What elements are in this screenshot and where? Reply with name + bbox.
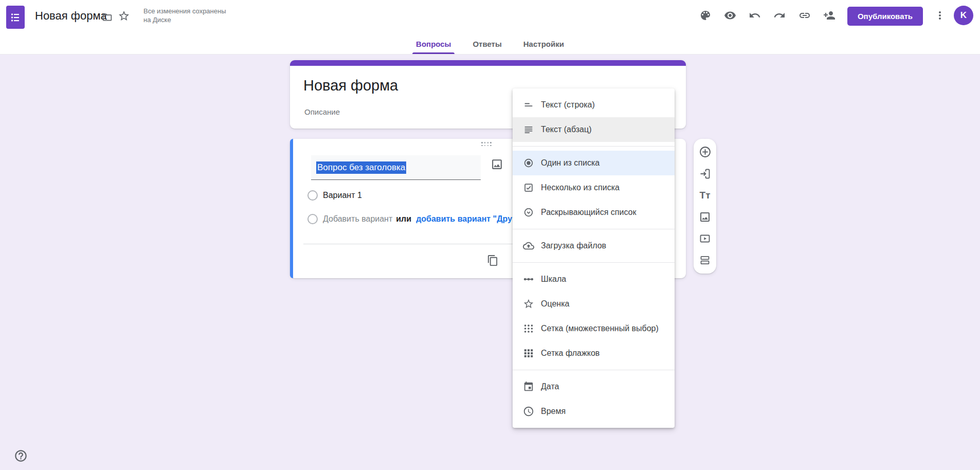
- add-option-radio: [307, 214, 318, 224]
- option-radio[interactable]: [307, 190, 318, 201]
- app-header: Новая форма Все изменения сохранены на Д…: [0, 0, 980, 55]
- menu-divider: [513, 370, 675, 370]
- menu-divider: [513, 146, 675, 147]
- active-question-indicator: [290, 139, 293, 278]
- question-type-menu: Текст (строка) Текст (абзац) Один из спи…: [513, 88, 675, 428]
- account-avatar[interactable]: K: [954, 6, 973, 25]
- add-title-button[interactable]: Tт: [698, 189, 712, 202]
- star-icon: [523, 298, 534, 310]
- calendar-icon: [523, 381, 534, 392]
- form-card-accent-bar: [290, 60, 686, 66]
- forms-logo-icon[interactable]: [6, 6, 25, 29]
- text-icon: Tт: [700, 189, 711, 202]
- cloud-upload-icon: [523, 240, 534, 251]
- option-label[interactable]: Вариант 1: [323, 191, 362, 200]
- save-status: Все изменения сохранены на Диске: [143, 7, 226, 24]
- menu-item-multiple-choice-grid[interactable]: Сетка (множественный выбор): [513, 316, 675, 341]
- kebab-menu-icon[interactable]: [934, 9, 946, 22]
- question-title-selected-text: Вопрос без заголовка: [316, 161, 406, 174]
- redo-icon[interactable]: [773, 9, 786, 22]
- paragraph-icon: [523, 124, 534, 135]
- linear-scale-icon: [523, 274, 534, 285]
- folder-icon[interactable]: [101, 11, 113, 23]
- undo-icon[interactable]: [749, 9, 761, 22]
- publish-button[interactable]: Опубликовать: [847, 7, 923, 26]
- add-image-icon[interactable]: [490, 157, 503, 171]
- menu-item-file-upload[interactable]: Загрузка файлов: [513, 233, 675, 258]
- add-section-button[interactable]: [698, 254, 712, 267]
- add-other-link[interactable]: добавить вариант "Другое": [416, 214, 529, 224]
- question-title-input[interactable]: Вопрос без заголовка: [311, 155, 481, 180]
- add-option-text[interactable]: Добавить вариант: [323, 214, 392, 224]
- save-status-line1: Все изменения сохранены: [143, 7, 226, 15]
- clock-icon: [523, 406, 534, 417]
- person-add-icon[interactable]: [823, 9, 836, 22]
- menu-item-multiple-choice[interactable]: Один из списка: [513, 151, 675, 175]
- tab-settings[interactable]: Настройки: [522, 33, 566, 54]
- menu-item-rating[interactable]: Оценка: [513, 292, 675, 316]
- import-questions-button[interactable]: [698, 167, 712, 180]
- menu-item-time[interactable]: Время: [513, 399, 675, 424]
- help-icon[interactable]: [14, 449, 28, 463]
- tab-responses[interactable]: Ответы: [471, 33, 503, 54]
- tab-bar: Вопросы Ответы Настройки: [0, 33, 980, 54]
- save-status-line2: на Диске: [143, 15, 226, 24]
- menu-item-checkbox-grid[interactable]: Сетка флажков: [513, 341, 675, 366]
- menu-item-linear-scale[interactable]: Шкала: [513, 267, 675, 292]
- link-icon[interactable]: [798, 9, 811, 22]
- dot-grid-icon: [523, 323, 534, 334]
- form-description-input[interactable]: Описание: [304, 107, 340, 116]
- menu-divider: [513, 262, 675, 263]
- menu-item-checkboxes[interactable]: Несколько из списка: [513, 175, 675, 200]
- checkbox-icon: [523, 182, 534, 193]
- copy-icon[interactable]: [486, 254, 499, 266]
- add-option-row: Добавить вариант или добавить вариант "Д…: [307, 214, 529, 224]
- document-title[interactable]: Новая форма: [35, 9, 107, 23]
- add-image-button[interactable]: [698, 211, 712, 224]
- palette-icon[interactable]: [699, 9, 712, 22]
- square-grid-icon: [523, 348, 534, 359]
- form-title-input[interactable]: Новая форма: [303, 76, 398, 95]
- menu-divider: [513, 229, 675, 229]
- drag-handle[interactable]: [481, 142, 492, 146]
- preview-eye-icon[interactable]: [724, 9, 736, 22]
- menu-item-date[interactable]: Дата: [513, 374, 675, 399]
- short-answer-icon: [523, 99, 534, 111]
- add-video-button[interactable]: [698, 232, 712, 245]
- menu-item-paragraph-text[interactable]: Текст (абзац): [513, 117, 675, 142]
- tab-questions[interactable]: Вопросы: [414, 33, 452, 54]
- star-icon[interactable]: [118, 10, 130, 22]
- menu-item-short-text[interactable]: Текст (строка): [513, 93, 675, 117]
- option-row-1: Вариант 1: [307, 190, 362, 201]
- menu-item-dropdown[interactable]: Раскрывающийся список: [513, 200, 675, 225]
- add-question-button[interactable]: [698, 146, 712, 158]
- or-text: или: [396, 214, 411, 224]
- question-toolbar: Tт: [694, 139, 716, 274]
- dropdown-circle-icon: [523, 207, 534, 218]
- radio-icon: [523, 157, 534, 169]
